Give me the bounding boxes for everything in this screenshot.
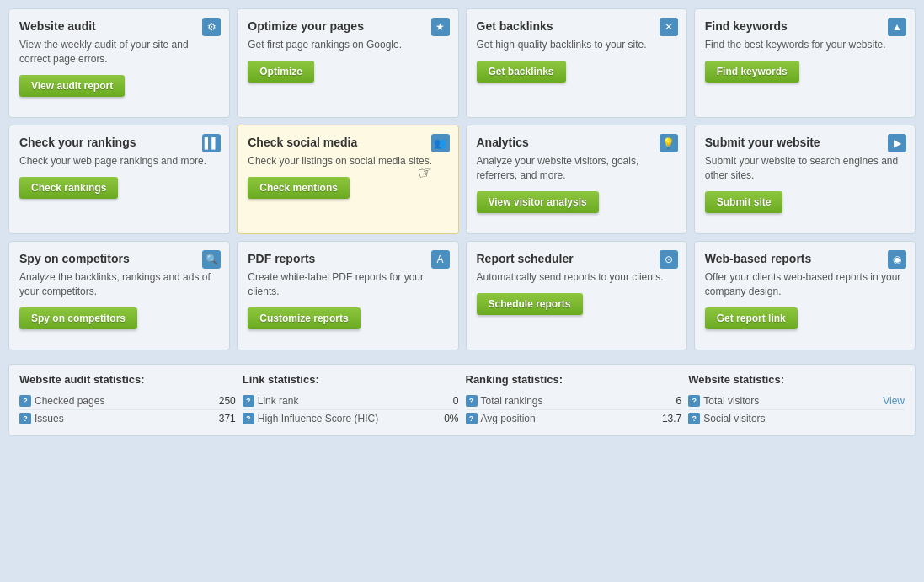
stats-col-3: Website statistics: ? Total visitors Vie…: [688, 373, 905, 427]
card-btn-get-backlinks[interactable]: Get backlinks: [477, 61, 566, 83]
stats-title-3: Website statistics:: [688, 373, 905, 386]
card-title-spy-competitors: Spy on competitors: [19, 252, 219, 265]
card-btn-web-based-reports[interactable]: Get report link: [705, 307, 798, 329]
card-desc-spy-competitors: Analyze the backlinks, rankings and ads …: [19, 270, 219, 299]
stats-value-1-1: 0%: [444, 413, 458, 424]
card-icon-report-scheduler: ⊙: [660, 250, 678, 269]
card-pdf-reports: PDF reports A Create white-label PDF rep…: [237, 241, 458, 350]
stats-grid: Website audit statistics: ? Checked page…: [19, 373, 905, 427]
card-btn-spy-competitors[interactable]: Spy on competitors: [19, 307, 137, 329]
card-desc-check-rankings: Check your web page rankings and more.: [19, 154, 219, 168]
card-icon-analytics: 💡: [660, 134, 678, 152]
help-icon-3-1: ?: [688, 413, 700, 424]
stats-title-2: Ranking statistics:: [466, 373, 682, 386]
help-icon-2-0: ?: [466, 395, 478, 407]
stats-section: Website audit statistics: ? Checked page…: [8, 364, 916, 436]
card-icon-spy-competitors: 🔍: [202, 250, 221, 269]
stats-value-0-0: 250: [219, 395, 236, 407]
stats-label-2-0: ? Total rankings: [466, 395, 543, 407]
help-icon-2-1: ?: [466, 413, 478, 424]
card-optimize-pages: Optimize your pages ★ Get first page ran…: [237, 8, 458, 118]
help-icon-0-0: ?: [19, 395, 31, 407]
card-icon-check-rankings: ▌▌: [202, 134, 221, 152]
card-title-check-social-media: Check social media: [248, 136, 447, 149]
card-check-social-media: Check social media 👥 Check your listings…: [237, 125, 458, 234]
card-desc-analytics: Analyze your website visitors, goals, re…: [477, 154, 676, 183]
card-title-pdf-reports: PDF reports: [248, 252, 447, 265]
stats-label-2-1: ? Avg position: [466, 413, 536, 424]
stats-label-0-0: ? Checked pages: [19, 395, 104, 407]
card-btn-submit-website[interactable]: Submit site: [705, 191, 783, 213]
card-title-web-based-reports: Web-based reports: [705, 252, 905, 265]
card-btn-optimize-pages[interactable]: Optimize: [248, 61, 314, 83]
card-icon-check-social-media: 👥: [431, 134, 450, 152]
card-icon-get-backlinks: ✕: [660, 18, 678, 36]
card-get-backlinks: Get backlinks ✕ Get high-quality backlin…: [466, 8, 687, 118]
stats-value-0-1: 371: [219, 413, 236, 424]
cursor-icon: ☞: [416, 162, 435, 184]
stats-row-2-1: ? Avg position 13.7: [466, 410, 682, 427]
card-title-report-scheduler: Report scheduler: [477, 252, 676, 265]
help-icon-3-0: ?: [688, 395, 700, 407]
card-desc-website-audit: View the weekly audit of your site and c…: [19, 38, 219, 67]
card-desc-find-keywords: Find the best keywords for your website.: [705, 38, 905, 52]
stats-col-2: Ranking statistics: ? Total rankings 6 ?…: [466, 373, 682, 427]
card-submit-website: Submit your website ▶ Submit your websit…: [694, 125, 916, 234]
stats-row-1-0: ? Link rank 0: [243, 392, 459, 410]
card-title-submit-website: Submit your website: [705, 136, 905, 149]
stats-value-2-0: 6: [676, 395, 682, 407]
card-icon-find-keywords: ▲: [888, 18, 906, 36]
card-spy-competitors: Spy on competitors 🔍 Analyze the backlin…: [8, 241, 230, 350]
stats-label-1-0: ? Link rank: [243, 395, 299, 407]
card-title-website-audit: Website audit: [19, 19, 219, 33]
card-btn-pdf-reports[interactable]: Customize reports: [248, 307, 360, 329]
card-website-audit: Website audit ⚙ View the weekly audit of…: [8, 8, 230, 118]
stats-value-2-1: 13.7: [662, 413, 681, 424]
stats-row-2-0: ? Total rankings 6: [466, 392, 682, 410]
card-desc-get-backlinks: Get high-quality backlinks to your site.: [477, 38, 676, 52]
stats-value-1-0: 0: [453, 395, 459, 407]
card-check-rankings: Check your rankings ▌▌ Check your web pa…: [8, 125, 230, 234]
stats-title-0: Website audit statistics:: [19, 373, 236, 386]
card-btn-analytics[interactable]: View visitor analysis: [477, 191, 599, 213]
card-analytics: Analytics 💡 Analyze your website visitor…: [466, 125, 687, 234]
stats-row-0-1: ? Issues 371: [19, 410, 236, 427]
card-btn-report-scheduler[interactable]: Schedule reports: [477, 293, 583, 315]
stats-col-0: Website audit statistics: ? Checked page…: [19, 373, 236, 427]
card-icon-pdf-reports: A: [431, 250, 450, 269]
card-desc-optimize-pages: Get first page rankings on Google.: [248, 38, 447, 52]
card-find-keywords: Find keywords ▲ Find the best keywords f…: [694, 8, 916, 118]
stats-title-1: Link statistics:: [243, 373, 459, 386]
help-icon-1-1: ?: [243, 413, 254, 424]
card-desc-submit-website: Submit your website to search engines an…: [705, 154, 905, 183]
card-icon-web-based-reports: ◉: [888, 250, 906, 269]
stats-label-3-1: ? Social visitors: [688, 413, 765, 424]
card-btn-check-rankings[interactable]: Check rankings: [19, 177, 118, 199]
stats-label-3-0: ? Total visitors: [688, 395, 759, 407]
stats-link-3-0[interactable]: View: [883, 395, 905, 407]
card-title-get-backlinks: Get backlinks: [477, 19, 676, 33]
stats-label-0-1: ? Issues: [19, 413, 64, 424]
help-icon-0-1: ?: [19, 413, 31, 424]
card-web-based-reports: Web-based reports ◉ Offer your clients w…: [694, 241, 916, 350]
card-desc-web-based-reports: Offer your clients web-based reports in …: [705, 270, 905, 299]
card-title-analytics: Analytics: [477, 136, 676, 149]
card-btn-website-audit[interactable]: View audit report: [19, 75, 125, 97]
card-title-find-keywords: Find keywords: [705, 19, 905, 33]
card-title-optimize-pages: Optimize your pages: [248, 19, 447, 33]
card-btn-check-social-media[interactable]: Check mentions: [248, 177, 350, 199]
card-report-scheduler: Report scheduler ⊙ Automatically send re…: [466, 241, 687, 350]
cards-grid: Website audit ⚙ View the weekly audit of…: [8, 8, 916, 350]
stats-row-0-0: ? Checked pages 250: [19, 392, 236, 410]
card-icon-website-audit: ⚙: [202, 18, 221, 36]
stats-row-1-1: ? High Influence Score (HIC) 0%: [243, 410, 459, 427]
card-title-check-rankings: Check your rankings: [19, 136, 219, 149]
stats-row-3-0: ? Total visitors View: [688, 392, 905, 410]
card-btn-find-keywords[interactable]: Find keywords: [705, 61, 799, 83]
help-icon-1-0: ?: [243, 395, 254, 407]
stats-label-1-1: ? High Influence Score (HIC): [243, 413, 378, 424]
card-desc-pdf-reports: Create white-label PDF reports for your …: [248, 270, 447, 299]
card-icon-optimize-pages: ★: [431, 18, 450, 36]
stats-col-1: Link statistics: ? Link rank 0 ? High In…: [243, 373, 459, 427]
stats-row-3-1: ? Social visitors: [688, 410, 905, 427]
